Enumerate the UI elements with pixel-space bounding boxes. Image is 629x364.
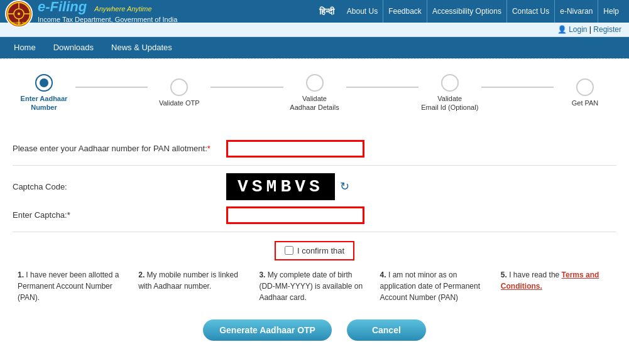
captcha-section: Captcha Code: VSMBVS ↻ Enter Captcha:* <box>13 166 616 232</box>
step-1: Enter AadhaarNumber <box>13 74 75 112</box>
captcha-label: Captcha Code: <box>13 182 226 191</box>
confirm-point-3: 3. My complete date of birth (DD-MM-YYYY… <box>254 269 375 303</box>
register-link[interactable]: Register <box>593 25 621 34</box>
step-4-circle <box>441 74 459 92</box>
step-2-label: Validate OTP <box>159 99 200 107</box>
step-1-circle <box>35 74 53 92</box>
cancel-button[interactable]: Cancel <box>347 319 426 341</box>
emblem-icon: INCOME TAX <box>5 0 33 28</box>
nav-about-us[interactable]: About Us <box>342 0 383 23</box>
captcha-image: VSMBVS <box>226 173 335 200</box>
efiling-brand: e-Filing Anywhere Anytime <box>38 0 152 14</box>
step-3: ValidateAadhaar Details <box>283 74 346 112</box>
dept-label: Income Tax Department, Government of Ind… <box>38 16 177 24</box>
content-area: Enter AadhaarNumber Validate OTP Validat… <box>0 59 629 356</box>
step-3-label: ValidateAadhaar Details <box>290 94 339 112</box>
step-4-label: ValidateEmail Id (Optional) <box>421 94 478 112</box>
svg-point-2 <box>18 13 20 15</box>
nav-contact-us[interactable]: Contact Us <box>507 0 555 23</box>
logo-text: e-Filing Anywhere Anytime Income Tax Dep… <box>38 0 177 24</box>
confirm-box: I confirm that <box>275 241 354 260</box>
nav-help[interactable]: Help <box>598 0 624 23</box>
top-bar: INCOME TAX e-Filing Anywhere Anytime Inc… <box>0 0 629 23</box>
confirm-points: 1. I have never been allotted a Permanen… <box>13 269 616 303</box>
hindi-button[interactable]: हिन्दी <box>319 6 334 17</box>
aadhaar-section: Please enter your Aadhaar number for PAN… <box>13 132 616 166</box>
generate-otp-button[interactable]: Generate Aadhaar OTP <box>203 319 332 341</box>
user-icon: 👤 <box>557 25 567 34</box>
confirm-text: I confirm that <box>297 246 344 255</box>
captcha-input[interactable] <box>226 206 364 224</box>
step-5-label: Get PAN <box>572 99 599 107</box>
terms-link[interactable]: Terms and Conditions. <box>501 270 599 291</box>
step-1-label: Enter AadhaarNumber <box>21 94 68 112</box>
nav-feedback[interactable]: Feedback <box>383 0 427 23</box>
confirm-point-4: 4. I am not minor as on application date… <box>375 269 496 303</box>
step-line-4 <box>481 87 554 88</box>
buttons-row: Generate Aadhaar OTP Cancel <box>203 319 426 341</box>
nav-home[interactable]: Home <box>5 37 45 58</box>
step-5: Get PAN <box>554 78 616 107</box>
step-line-2 <box>211 87 283 88</box>
captcha-refresh-icon[interactable]: ↻ <box>340 179 349 193</box>
captcha-image-row: Captcha Code: VSMBVS ↻ <box>13 173 616 200</box>
logo-area: INCOME TAX e-Filing Anywhere Anytime Inc… <box>5 0 319 25</box>
confirm-point-5: 5. I have read the Terms and Conditions. <box>496 269 616 303</box>
step-line-3 <box>346 87 418 88</box>
confirm-section: I confirm that 1. I have never been allo… <box>13 232 616 346</box>
top-nav: About Us Feedback Accessibility Options … <box>342 0 624 23</box>
enter-captcha-label: Enter Captcha:* <box>13 210 226 220</box>
aadhaar-input[interactable] <box>226 140 364 158</box>
svg-text:INCOME TAX: INCOME TAX <box>11 21 27 24</box>
step-5-circle <box>576 78 594 96</box>
nav-accessibility[interactable]: Accessibility Options <box>427 0 507 23</box>
nav-downloads[interactable]: Downloads <box>45 37 102 58</box>
step-3-circle <box>306 74 324 92</box>
login-link[interactable]: Login <box>569 25 587 34</box>
confirm-checkbox[interactable] <box>285 246 293 255</box>
step-2-circle <box>170 78 188 96</box>
step-4: ValidateEmail Id (Optional) <box>418 74 481 112</box>
main-nav: Home Downloads News & Updates <box>0 37 629 58</box>
stepper: Enter AadhaarNumber Validate OTP Validat… <box>13 69 616 117</box>
nav-news[interactable]: News & Updates <box>102 37 181 58</box>
aadhaar-label: Please enter your Aadhaar number for PAN… <box>13 144 226 153</box>
step-line-1 <box>75 87 148 88</box>
captcha-input-row: Enter Captcha:* <box>13 206 616 224</box>
confirm-point-1: 1. I have never been allotted a Permanen… <box>13 269 133 303</box>
confirm-point-2: 2. My mobile number is linked with Aadha… <box>133 269 254 303</box>
nav-e-nivaran[interactable]: e-Nivaran <box>555 0 598 23</box>
step-2: Validate OTP <box>148 78 211 107</box>
